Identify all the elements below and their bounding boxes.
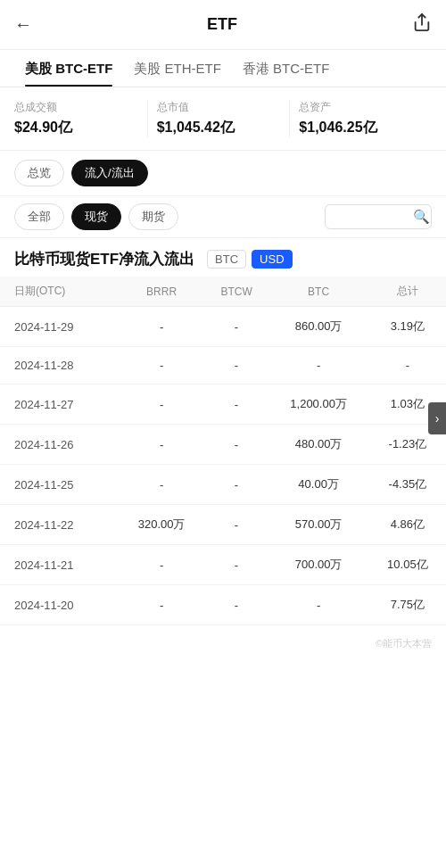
header: ← ETF bbox=[0, 0, 446, 50]
cell-date: 2024-11-21 bbox=[0, 545, 119, 585]
watermark-area: ©能币大本营 bbox=[0, 625, 446, 661]
back-icon[interactable]: ← bbox=[14, 14, 32, 35]
cell-date: 2024-11-26 bbox=[0, 425, 119, 465]
col-header-brrr: BRRR bbox=[119, 277, 205, 307]
cell-brrr: - bbox=[119, 347, 205, 384]
stat-market-cap: 总市值 $1,045.42亿 bbox=[157, 100, 291, 137]
cell-brrr: - bbox=[119, 585, 205, 625]
right-chevron[interactable]: › bbox=[428, 402, 446, 434]
filter-row: 全部 现货 期货 🔍 bbox=[0, 196, 446, 238]
cell-total: 3.19亿 bbox=[369, 307, 446, 347]
cell-btc: 1,200.00万 bbox=[268, 384, 368, 425]
cell-btcw: - bbox=[205, 465, 268, 505]
stat-label-assets: 总资产 bbox=[299, 100, 423, 115]
tab-bar: 美股 BTC-ETF 美股 ETH-ETF 香港 BTC-ETF bbox=[0, 50, 446, 87]
cell-brrr: - bbox=[119, 384, 205, 425]
cell-total: 7.75亿 bbox=[369, 585, 446, 625]
stat-value-mcap: $1,045.42亿 bbox=[157, 119, 281, 137]
cell-brrr: - bbox=[119, 307, 205, 347]
data-table: 日期(OTC) BRRR BTCW BTC 总计 2024-11-29--860… bbox=[0, 277, 446, 625]
cell-date: 2024-11-29 bbox=[0, 307, 119, 347]
stat-value-assets: $1,046.25亿 bbox=[299, 119, 423, 137]
cell-btc: 40.00万 bbox=[268, 465, 368, 505]
cell-total: 4.86亿 bbox=[369, 505, 446, 545]
col-header-btc: BTC bbox=[268, 277, 368, 307]
cell-btcw: - bbox=[205, 425, 268, 465]
cell-btcw: - bbox=[205, 585, 268, 625]
filter-futures[interactable]: 期货 bbox=[128, 203, 178, 230]
tab-hk-btc-etf[interactable]: 香港 BTC-ETF bbox=[232, 50, 341, 87]
stat-total-assets: 总资产 $1,046.25亿 bbox=[299, 100, 432, 137]
table-row: 2024-11-28---- bbox=[0, 347, 446, 384]
cell-total: 10.05亿 bbox=[369, 545, 446, 585]
cell-btcw: - bbox=[205, 545, 268, 585]
table-row: 2024-11-29--860.00万3.19亿 bbox=[0, 307, 446, 347]
cell-btc: 700.00万 bbox=[268, 545, 368, 585]
cell-btc: 480.00万 bbox=[268, 425, 368, 465]
toggle-row: 总览 流入/流出 bbox=[0, 151, 446, 196]
cell-date: 2024-11-22 bbox=[0, 505, 119, 545]
share-icon[interactable] bbox=[412, 12, 432, 37]
watermark-text: ©能币大本营 bbox=[376, 637, 432, 650]
cell-date: 2024-11-27 bbox=[0, 384, 119, 425]
stat-value-volume: $24.90亿 bbox=[14, 119, 138, 137]
currency-btc[interactable]: BTC bbox=[207, 250, 246, 269]
tab-eth-etf[interactable]: 美股 ETH-ETF bbox=[123, 50, 232, 87]
search-input[interactable] bbox=[333, 211, 413, 224]
cell-brrr: - bbox=[119, 425, 205, 465]
cell-total: - bbox=[369, 347, 446, 384]
cell-brrr: - bbox=[119, 545, 205, 585]
section-title: 比特币现货ETF净流入流出 BTC USD bbox=[0, 238, 446, 277]
tab-btc-etf[interactable]: 美股 BTC-ETF bbox=[14, 50, 123, 87]
stats-section: 总成交额 $24.90亿 总市值 $1,045.42亿 总资产 $1,046.2… bbox=[0, 87, 446, 151]
cell-btcw: - bbox=[205, 307, 268, 347]
col-header-total: 总计 bbox=[369, 277, 446, 307]
cell-btc: - bbox=[268, 347, 368, 384]
table-row: 2024-11-26--480.00万-1.23亿 bbox=[0, 425, 446, 465]
currency-usd[interactable]: USD bbox=[252, 250, 292, 269]
filter-spot[interactable]: 现货 bbox=[71, 203, 121, 230]
stat-label-volume: 总成交额 bbox=[14, 100, 138, 115]
cell-date: 2024-11-25 bbox=[0, 465, 119, 505]
cell-date: 2024-11-28 bbox=[0, 347, 119, 384]
col-header-btcw: BTCW bbox=[205, 277, 268, 307]
data-table-container: 日期(OTC) BRRR BTCW BTC 总计 2024-11-29--860… bbox=[0, 277, 446, 625]
table-row: 2024-11-22320.00万-570.00万4.86亿 bbox=[0, 505, 446, 545]
cell-total: -4.35亿 bbox=[369, 465, 446, 505]
search-box[interactable]: 🔍 bbox=[325, 204, 432, 229]
filter-all[interactable]: 全部 bbox=[14, 203, 64, 230]
cell-btc: 860.00万 bbox=[268, 307, 368, 347]
cell-brrr: - bbox=[119, 465, 205, 505]
currency-toggle: BTC USD bbox=[207, 250, 292, 269]
table-row: 2024-11-27--1,200.00万1.03亿 bbox=[0, 384, 446, 425]
col-header-date: 日期(OTC) bbox=[0, 277, 119, 307]
stat-label-mcap: 总市值 bbox=[157, 100, 281, 115]
toggle-overview[interactable]: 总览 bbox=[14, 160, 64, 186]
table-row: 2024-11-25--40.00万-4.35亿 bbox=[0, 465, 446, 505]
table-row: 2024-11-21--700.00万10.05亿 bbox=[0, 545, 446, 585]
header-title: ETF bbox=[207, 15, 237, 34]
cell-btcw: - bbox=[205, 505, 268, 545]
cell-btcw: - bbox=[205, 384, 268, 425]
table-row: 2024-11-20---7.75亿 bbox=[0, 585, 446, 625]
cell-btc: 570.00万 bbox=[268, 505, 368, 545]
stat-total-volume: 总成交额 $24.90亿 bbox=[14, 100, 148, 137]
cell-brrr: 320.00万 bbox=[119, 505, 205, 545]
cell-btc: - bbox=[268, 585, 368, 625]
search-icon: 🔍 bbox=[413, 209, 430, 225]
cell-date: 2024-11-20 bbox=[0, 585, 119, 625]
toggle-flow[interactable]: 流入/流出 bbox=[71, 160, 148, 186]
cell-btcw: - bbox=[205, 347, 268, 384]
